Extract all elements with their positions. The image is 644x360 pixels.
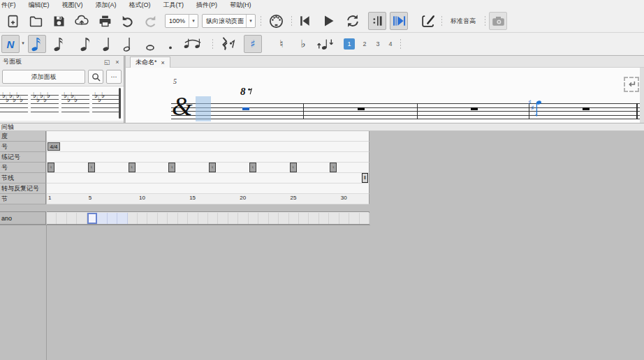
duration-quarter-button[interactable] bbox=[99, 35, 117, 53]
measure-cell-5[interactable] bbox=[87, 213, 97, 224]
undock-icon[interactable]: ◱ bbox=[103, 58, 111, 66]
score-canvas[interactable]: 5 & 8 ♯ ♯ bbox=[126, 68, 644, 123]
measure-cell-32[interactable] bbox=[360, 213, 369, 224]
tab-close-icon[interactable]: × bbox=[161, 59, 165, 66]
measure-cell-18[interactable] bbox=[218, 213, 228, 224]
row-grid-jumps[interactable] bbox=[47, 183, 369, 194]
print-button[interactable] bbox=[96, 12, 114, 30]
measure-cell-2[interactable] bbox=[57, 213, 66, 224]
system-break-marker[interactable] bbox=[624, 77, 639, 92]
sharp-button[interactable]: ♯ bbox=[244, 35, 262, 53]
measure-cell-4[interactable] bbox=[77, 213, 87, 224]
palette-more-button[interactable]: ⋯ bbox=[106, 70, 122, 84]
rest-button[interactable] bbox=[217, 35, 237, 53]
measure-cell-21[interactable] bbox=[249, 213, 258, 224]
measure-cell-22[interactable] bbox=[258, 213, 268, 224]
measure-cell-23[interactable] bbox=[269, 213, 279, 224]
barline[interactable] bbox=[636, 103, 638, 119]
measure-cell-6[interactable] bbox=[97, 213, 107, 224]
augmentation-dot-button[interactable] bbox=[161, 35, 180, 53]
measure-cell-28[interactable] bbox=[319, 213, 329, 224]
measure-cell-17[interactable] bbox=[208, 213, 218, 224]
whole-rest[interactable] bbox=[583, 107, 590, 110]
measure-cell-27[interactable] bbox=[309, 213, 319, 224]
measure-cell-16[interactable] bbox=[198, 213, 208, 224]
key-signature-badge[interactable]: ♮ bbox=[209, 163, 216, 172]
selected-note[interactable]: ♯ ♯ bbox=[527, 98, 543, 121]
measure-cell-7[interactable] bbox=[108, 213, 117, 224]
tie-button[interactable] bbox=[180, 35, 205, 53]
flip-direction-button[interactable] bbox=[314, 35, 337, 53]
natural-button[interactable]: ♮ bbox=[272, 35, 291, 53]
row-grid-tempo[interactable] bbox=[47, 131, 369, 142]
voice-4-button[interactable]: 4 bbox=[385, 38, 396, 50]
measure-cell-13[interactable] bbox=[168, 213, 177, 224]
palette-scrollbar[interactable] bbox=[119, 88, 121, 119]
key-signature-badge[interactable]: ♮ bbox=[88, 163, 95, 172]
time-signature-badge[interactable]: 4/4 bbox=[47, 142, 60, 151]
row-grid-rehearsal[interactable] bbox=[47, 152, 369, 163]
pan-score-button[interactable] bbox=[390, 12, 408, 30]
menu-tools[interactable]: 工具(T) bbox=[157, 0, 191, 10]
page-view-select[interactable]: 纵向滚动页面 ▾ bbox=[202, 14, 256, 28]
play-button[interactable] bbox=[319, 12, 337, 30]
key-signature-6-flats[interactable]: ♭♭♭♭♭♭ bbox=[0, 89, 28, 119]
key-signature-3-flats[interactable]: ♭♭♭ bbox=[92, 89, 120, 119]
measure-cell-24[interactable] bbox=[279, 213, 288, 224]
duration-whole-button[interactable] bbox=[141, 35, 159, 53]
add-palettes-button[interactable]: 添加面板 bbox=[2, 70, 85, 84]
measure-cell-9[interactable] bbox=[128, 213, 138, 224]
close-icon[interactable]: × bbox=[113, 58, 122, 66]
instrument-measure-grid[interactable] bbox=[47, 211, 369, 225]
save-online-button[interactable] bbox=[73, 12, 91, 30]
open-file-button[interactable] bbox=[27, 12, 45, 30]
menu-edit[interactable]: 编辑(E) bbox=[22, 0, 56, 10]
key-signature-badge[interactable]: ♮ bbox=[168, 163, 175, 172]
measure-cell-31[interactable] bbox=[349, 213, 359, 224]
search-palettes-button[interactable] bbox=[88, 70, 103, 84]
measure-ruler[interactable]: 151015202530 bbox=[47, 194, 369, 204]
duration-8th-button[interactable] bbox=[77, 35, 95, 53]
row-grid-barlines[interactable]: ‖ bbox=[47, 173, 369, 183]
measure-cell-15[interactable] bbox=[188, 213, 198, 224]
measure-cell-3[interactable] bbox=[67, 213, 77, 224]
metronome-mark-button[interactable] bbox=[419, 12, 437, 30]
undo-button[interactable] bbox=[119, 12, 137, 30]
treble-clef[interactable]: & bbox=[172, 93, 193, 119]
duration-half-button[interactable] bbox=[120, 35, 138, 53]
measure-cell-14[interactable] bbox=[178, 213, 188, 224]
key-signature-badge[interactable]: ♮ bbox=[47, 163, 54, 172]
key-signature-badge[interactable]: ♮ bbox=[330, 163, 337, 172]
barline[interactable] bbox=[417, 103, 418, 119]
menu-add[interactable]: 添加(A) bbox=[89, 0, 123, 10]
whole-rest[interactable] bbox=[471, 107, 478, 110]
note-input-mode-button[interactable]: N bbox=[1, 35, 20, 53]
loop-playback-button[interactable] bbox=[344, 12, 362, 30]
voice-3-button[interactable]: 3 bbox=[372, 38, 383, 50]
zoom-select[interactable]: 100% ▾ bbox=[165, 14, 198, 28]
voice-2-button[interactable]: 2 bbox=[359, 38, 370, 50]
measure-cell-19[interactable] bbox=[228, 213, 238, 224]
tab-untitled[interactable]: 未命名* × bbox=[130, 57, 170, 68]
whole-rest[interactable] bbox=[358, 107, 365, 110]
image-capture-button[interactable] bbox=[489, 12, 507, 30]
duration-32nd-button[interactable] bbox=[28, 35, 46, 53]
key-signature-5-flats[interactable]: ♭♭♭♭♭ bbox=[31, 89, 59, 119]
save-button[interactable] bbox=[50, 12, 68, 30]
measure-cell-11[interactable] bbox=[147, 213, 157, 224]
concert-pitch-button[interactable]: 标准音高 bbox=[446, 14, 480, 28]
instrument-row-label[interactable]: ano bbox=[0, 211, 46, 225]
barline[interactable] bbox=[303, 103, 304, 119]
menu-help[interactable]: 帮助(H) bbox=[224, 0, 258, 10]
midi-input-button[interactable] bbox=[267, 12, 285, 30]
menu-format[interactable]: 格式(O) bbox=[123, 0, 157, 10]
play-repeats-button[interactable] bbox=[368, 12, 386, 30]
key-signature-badge[interactable]: ♮ bbox=[290, 163, 297, 172]
measure-cell-30[interactable] bbox=[339, 213, 349, 224]
key-signature-badge[interactable]: ♮ bbox=[129, 163, 136, 172]
menu-plugins[interactable]: 插件(P) bbox=[190, 0, 224, 10]
flat-button[interactable]: ♭ bbox=[294, 35, 312, 53]
voice-1-button[interactable]: 1 bbox=[344, 38, 355, 50]
menu-view[interactable]: 视图(V) bbox=[56, 0, 89, 10]
menu-file[interactable]: 件(F) bbox=[0, 0, 22, 10]
